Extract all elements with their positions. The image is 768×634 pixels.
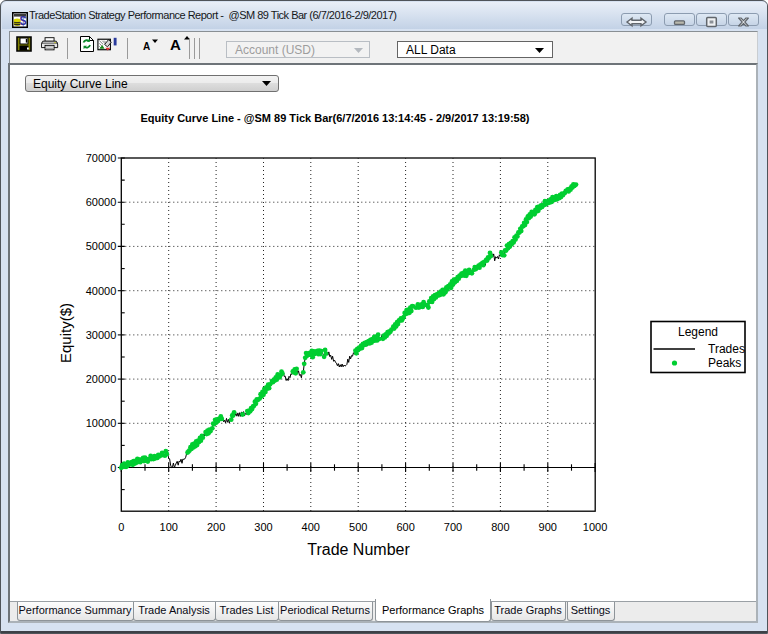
- svg-text:700: 700: [444, 521, 462, 533]
- svg-text:800: 800: [491, 521, 509, 533]
- svg-text:20000: 20000: [86, 373, 117, 385]
- svg-text:1000: 1000: [583, 521, 607, 533]
- svg-text:A: A: [170, 36, 181, 53]
- svg-text:Trade Number: Trade Number: [307, 541, 410, 558]
- svg-text:10000: 10000: [86, 417, 117, 429]
- svg-text:Trades: Trades: [708, 342, 745, 356]
- svg-text:300: 300: [254, 521, 272, 533]
- svg-text:70000: 70000: [86, 152, 117, 164]
- svg-text:100: 100: [160, 521, 178, 533]
- svg-text:A: A: [143, 41, 150, 52]
- svg-text:500: 500: [349, 521, 367, 533]
- svg-text:Equity($): Equity($): [57, 303, 74, 363]
- svg-text:50000: 50000: [86, 240, 117, 252]
- svg-text:200: 200: [207, 521, 225, 533]
- svg-text:Peaks: Peaks: [708, 356, 741, 370]
- svg-text:40000: 40000: [86, 285, 117, 297]
- svg-text:600: 600: [396, 521, 414, 533]
- svg-text:0: 0: [118, 521, 124, 533]
- svg-text:30000: 30000: [86, 329, 117, 341]
- svg-text:60000: 60000: [86, 196, 117, 208]
- svg-text:400: 400: [302, 521, 320, 533]
- svg-text:Legend: Legend: [678, 325, 718, 339]
- svg-text:0: 0: [110, 462, 116, 474]
- svg-text:$: $: [20, 14, 27, 28]
- svg-text:900: 900: [539, 521, 557, 533]
